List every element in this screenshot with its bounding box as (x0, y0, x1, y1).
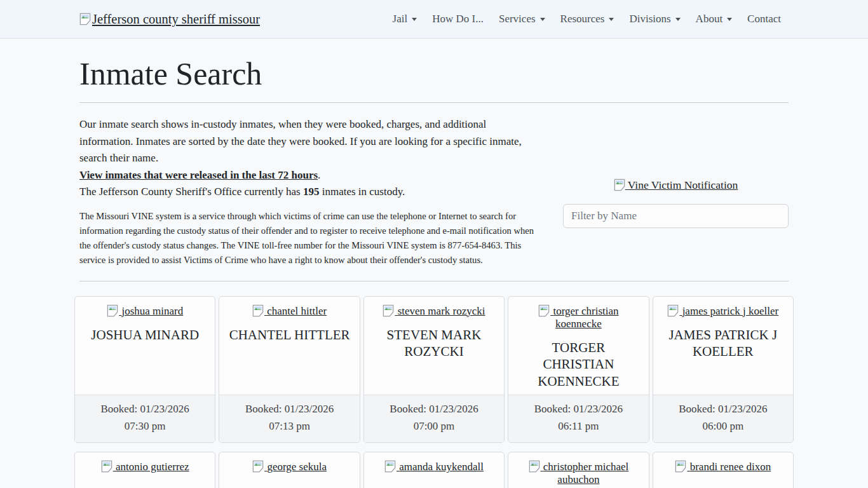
inmate-photo-link[interactable]: george sekula (252, 461, 327, 473)
inmate-photo-link[interactable]: torger christian koennecke (538, 305, 618, 330)
nav-item-jail[interactable]: Jail (388, 8, 423, 30)
inmate-card-body: torger christian koennecke TORGER CHRIST… (508, 297, 648, 395)
nav-item-label: Jail (393, 13, 408, 25)
inmate-photo-link[interactable]: james patrick j koeller (667, 305, 778, 317)
inmate-card-body: chantel hittler CHANTEL HITTLER (219, 297, 359, 395)
nav-item: Services (491, 8, 553, 30)
caret-down-icon (675, 18, 681, 21)
booked-date: Booked: 01/23/2026 (81, 401, 208, 418)
inmate-count: 195 (303, 186, 320, 198)
broken-image-icon (252, 460, 264, 473)
inmate-card: antonio gutierrez (74, 452, 215, 488)
nav-menu: Jail How Do I... Services Resources Divi… (385, 8, 789, 30)
inmate-card-body: amanda kuykendall (364, 452, 504, 488)
nav-item-resources[interactable]: Resources (555, 8, 620, 30)
inmate-card-body: joshua minard JOSHUA MINARD (75, 297, 215, 395)
inmate-photo-alt: antonio gutierrez (116, 461, 189, 473)
inmate-name: CHANTEL HITTLER (226, 327, 353, 344)
inmate-photo-link[interactable]: joshua minard (107, 305, 183, 317)
booked-time: 07:30 pm (81, 418, 208, 435)
inmate-photo-link[interactable]: christopher michael aubuchon (529, 461, 629, 485)
nav-item-services[interactable]: Services (494, 8, 550, 30)
inmate-photo-alt: george sekula (267, 461, 327, 473)
booked-time: 07:00 pm (370, 418, 498, 435)
broken-image-icon (538, 304, 550, 317)
filter-by-name-input[interactable] (563, 204, 789, 228)
nav-item-label: Contact (747, 13, 781, 25)
nav-item-about[interactable]: About (691, 8, 738, 30)
booking-info: Booked: 01/23/2026 06:11 pm (508, 395, 648, 442)
booked-date: Booked: 01/23/2026 (226, 401, 353, 418)
cards-divider (79, 281, 789, 281)
title-divider (79, 102, 789, 103)
inmate-photo-alt: christopher michael aubuchon (543, 461, 629, 485)
broken-image-icon (614, 179, 625, 191)
booking-info: Booked: 01/23/2026 06:00 pm (653, 395, 793, 442)
vine-paragraph: The Missouri VINE system is a service th… (79, 209, 538, 268)
inmate-cards-grid: joshua minard JOSHUA MINARD Booked: 01/2… (74, 296, 794, 488)
inmate-photo-link[interactable]: amanda kuykendall (384, 461, 484, 473)
inmate-photo-alt: steven mark rozycki (398, 305, 485, 317)
inmate-photo-link[interactable]: brandi renee dixon (675, 461, 771, 473)
inmate-photo-alt: torger christian koennecke (553, 305, 618, 330)
nav-item: Contact (740, 8, 789, 30)
inmate-photo-link[interactable]: antonio gutierrez (101, 461, 189, 473)
navbar: Jefferson county sheriff missour Jail Ho… (0, 0, 868, 39)
inmate-card: steven mark rozycki STEVEN MARK ROZYCKI … (363, 296, 505, 444)
booked-date: Booked: 01/23/2026 (515, 401, 642, 418)
intro-column: Our inmate search shows in-custody inmat… (79, 116, 553, 268)
inmate-card: brandi renee dixon (653, 452, 794, 488)
inmate-card-body: christopher michael aubuchon (508, 452, 648, 488)
broken-image-icon (675, 460, 686, 473)
released-suffix: . (318, 169, 320, 181)
nav-item-how-do-i[interactable]: How Do I... (427, 8, 489, 30)
inmate-photo-alt: joshua minard (121, 305, 183, 317)
custody-count-line: The Jefferson County Sheriff's Office cu… (79, 184, 538, 201)
booked-date: Booked: 01/23/2026 (370, 401, 498, 418)
booking-info: Booked: 01/23/2026 07:00 pm (364, 395, 504, 442)
inmate-photo-link[interactable]: chantel hittler (252, 305, 327, 317)
inmate-card-body: james patrick j koeller JAMES PATRICK J … (653, 297, 793, 395)
released-line: View inmates that were released in the l… (79, 167, 538, 184)
inmate-card-body: brandi renee dixon (653, 452, 793, 488)
inmate-card-body: antonio gutierrez (75, 452, 215, 488)
inmate-card: christopher michael aubuchon (508, 452, 649, 488)
sidebar-column: Vine Victim Notification (553, 116, 789, 268)
nav-item-label: How Do I... (432, 13, 484, 25)
inmate-name: JOSHUA MINARD (81, 327, 208, 344)
inmate-photo-link[interactable]: steven mark rozycki (383, 305, 485, 317)
booked-date: Booked: 01/23/2026 (660, 401, 787, 418)
inmate-card: james patrick j koeller JAMES PATRICK J … (653, 296, 794, 444)
vine-notification-link[interactable]: Vine Victim Notification (614, 179, 738, 191)
nav-item-label: Resources (560, 13, 605, 25)
inmate-name: JAMES PATRICK J KOELLER (660, 327, 787, 360)
released-inmates-link[interactable]: View inmates that were released in the l… (79, 169, 318, 181)
vine-link-label: Vine Victim Notification (628, 179, 738, 191)
nav-item: Resources (553, 8, 622, 30)
broken-image-icon (79, 13, 91, 25)
nav-item-label: Divisions (629, 13, 670, 25)
booked-time: 07:13 pm (226, 418, 353, 435)
broken-image-icon (667, 304, 679, 317)
inmate-card-body: george sekula (219, 452, 359, 488)
nav-item-label: Services (499, 13, 536, 25)
inmate-name: TORGER CHRISTIAN KOENNECKE (515, 339, 642, 390)
nav-item: Divisions (621, 8, 688, 30)
inmate-card: torger christian koennecke TORGER CHRIST… (508, 296, 649, 444)
inmate-card-body: steven mark rozycki STEVEN MARK ROZYCKI (364, 297, 504, 395)
caret-down-icon (727, 18, 732, 21)
brand-text: Jefferson county sheriff missour (92, 12, 260, 27)
caret-down-icon (609, 18, 614, 21)
nav-item: Jail (385, 8, 425, 30)
intro-paragraph: Our inmate search shows in-custody inmat… (79, 116, 538, 167)
caret-down-icon (412, 18, 417, 21)
broken-image-icon (252, 304, 264, 317)
inmate-photo-alt: james patrick j koeller (682, 305, 779, 317)
inmate-card: george sekula (219, 452, 360, 488)
inmate-photo-alt: brandi renee dixon (690, 461, 771, 473)
nav-item-divisions[interactable]: Divisions (624, 8, 685, 30)
custody-prefix: The Jefferson County Sheriff's Office cu… (79, 186, 303, 198)
nav-item-contact[interactable]: Contact (742, 8, 786, 30)
brand-link[interactable]: Jefferson county sheriff missour (79, 12, 260, 27)
booking-info: Booked: 01/23/2026 07:13 pm (219, 395, 359, 442)
